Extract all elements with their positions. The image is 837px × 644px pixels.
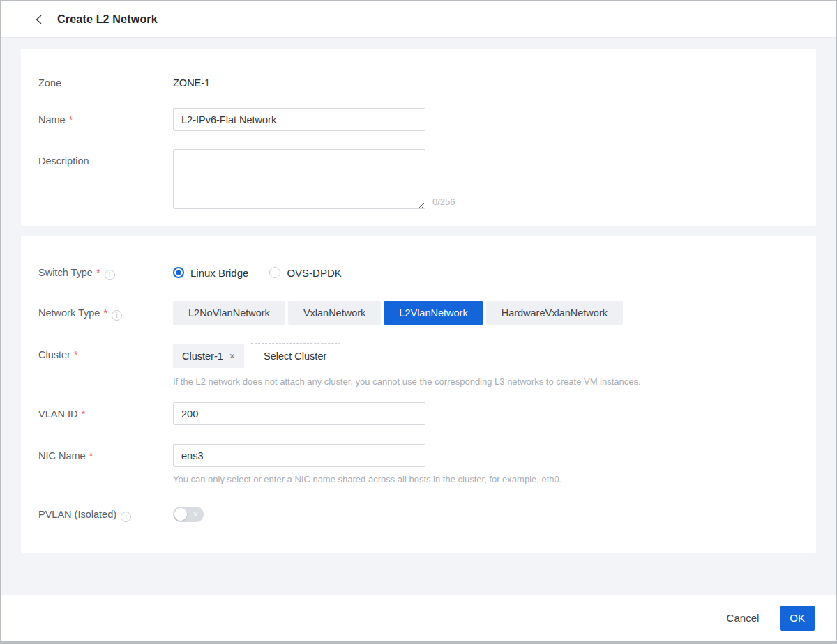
nic-name-hint: You can only select or enter a NIC name … xyxy=(173,473,799,486)
remove-cluster-icon[interactable]: × xyxy=(229,351,235,361)
network-config-card: Switch Type*i Linux Bridge OVS-DPDK Netw… xyxy=(21,236,816,553)
required-asterisk: * xyxy=(89,450,93,461)
cancel-button[interactable]: Cancel xyxy=(727,612,760,624)
cluster-label: Cluster* xyxy=(38,343,173,367)
pvlan-label: PVLAN (Isolated)i xyxy=(38,503,173,526)
cluster-row: Cluster* Cluster-1 × Select Cluster If t… xyxy=(38,343,799,388)
pvlan-toggle[interactable]: ✕ xyxy=(173,507,204,522)
select-cluster-button[interactable]: Select Cluster xyxy=(250,343,340,369)
network-type-l2novlan-button[interactable]: L2NoVlanNetwork xyxy=(173,301,285,325)
required-asterisk: * xyxy=(74,349,78,360)
name-row: Name* xyxy=(38,108,799,132)
vlan-id-label: VLAN ID* xyxy=(38,402,173,426)
toggle-knob xyxy=(174,508,187,521)
nic-name-row: NIC Name* You can only select or enter a… xyxy=(38,444,799,486)
vlan-id-label-text: VLAN ID xyxy=(38,408,77,420)
nic-name-input[interactable] xyxy=(173,444,425,467)
zone-label: Zone xyxy=(38,71,173,95)
description-label-text: Description xyxy=(38,155,89,167)
basic-info-card: Zone ZONE-1 Name* Description 0/256 xyxy=(21,49,816,226)
network-type-l2vlan-button[interactable]: L2VlanNetwork xyxy=(384,301,483,325)
description-textarea[interactable] xyxy=(173,149,425,209)
pvlan-label-text: PVLAN (Isolated) xyxy=(38,509,116,520)
required-asterisk: * xyxy=(96,267,100,278)
form-body: Zone ZONE-1 Name* Description 0/256 xyxy=(1,38,836,595)
switch-type-row: Switch Type*i Linux Bridge OVS-DPDK xyxy=(38,261,799,284)
network-type-vxlan-button[interactable]: VxlanNetwork xyxy=(288,301,381,325)
create-l2-network-window: Create L2 Network Zone ZONE-1 Name* Desc… xyxy=(0,0,837,644)
zone-value: ZONE-1 xyxy=(173,77,210,89)
cluster-tag[interactable]: Cluster-1 × xyxy=(173,344,244,368)
cluster-label-text: Cluster xyxy=(38,349,70,360)
switch-type-label: Switch Type*i xyxy=(38,261,173,284)
required-asterisk: * xyxy=(81,408,85,420)
switch-type-label-text: Switch Type xyxy=(38,267,93,278)
page-title: Create L2 Network xyxy=(57,13,158,26)
chevron-left-icon xyxy=(34,15,44,24)
description-row: Description 0/256 xyxy=(38,149,799,209)
network-type-label: Network Type*i xyxy=(38,301,173,325)
network-type-label-text: Network Type xyxy=(38,307,100,319)
radio-label: OVS-DPDK xyxy=(287,267,341,279)
nic-name-label-text: NIC Name xyxy=(38,450,86,461)
radio-icon xyxy=(173,267,184,278)
radio-icon xyxy=(269,267,280,278)
radio-linux-bridge[interactable]: Linux Bridge xyxy=(173,267,248,279)
network-type-hardwarevxlan-button[interactable]: HardwareVxlanNetwork xyxy=(486,301,623,325)
name-label-text: Name xyxy=(38,114,66,125)
zone-row: Zone ZONE-1 xyxy=(38,71,799,95)
cluster-tag-label: Cluster-1 xyxy=(182,351,223,362)
info-icon[interactable]: i xyxy=(105,270,115,280)
ok-button[interactable]: OK xyxy=(780,606,815,631)
description-label: Description xyxy=(38,149,173,173)
char-counter: 0/256 xyxy=(432,195,455,209)
radio-label: Linux Bridge xyxy=(190,267,248,279)
vlan-id-row: VLAN ID* xyxy=(38,402,799,426)
name-label: Name* xyxy=(38,108,173,132)
cluster-hint: If the L2 network does not attach any cl… xyxy=(173,376,799,388)
required-asterisk: * xyxy=(69,114,73,125)
vlan-id-input[interactable] xyxy=(173,402,425,425)
name-input[interactable] xyxy=(173,108,425,131)
network-type-row: Network Type*i L2NoVlanNetwork VxlanNetw… xyxy=(38,301,799,325)
back-button[interactable] xyxy=(32,13,46,26)
radio-ovs-dpdk[interactable]: OVS-DPDK xyxy=(269,267,341,279)
pvlan-row: PVLAN (Isolated)i ✕ xyxy=(38,503,799,526)
nic-name-label: NIC Name* xyxy=(38,444,173,468)
info-icon[interactable]: i xyxy=(112,310,122,321)
info-icon[interactable]: i xyxy=(121,512,131,522)
required-asterisk: * xyxy=(103,307,107,319)
toggle-off-icon: ✕ xyxy=(193,511,199,519)
zone-label-text: Zone xyxy=(38,77,61,89)
page-header: Create L2 Network xyxy=(1,1,836,38)
footer-bar: Cancel OK xyxy=(1,595,836,641)
